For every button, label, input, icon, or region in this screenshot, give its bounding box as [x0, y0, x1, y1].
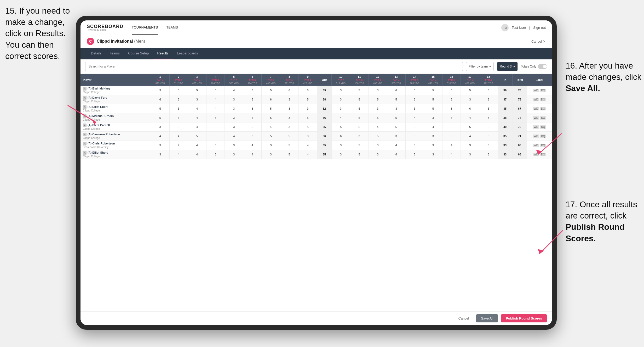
score-front-1[interactable]: 4: [151, 132, 169, 141]
score-front-9[interactable]: 5: [298, 86, 317, 95]
score-back-11[interactable]: 5: [350, 104, 369, 113]
score-front-7[interactable]: 4: [262, 122, 280, 132]
score-front-9[interactable]: 4: [298, 150, 317, 159]
dq-badge[interactable]: DQ: [540, 89, 546, 92]
wd-badge[interactable]: WD: [533, 98, 539, 101]
score-back-14[interactable]: 3: [405, 104, 424, 113]
score-back-16[interactable]: 3: [442, 104, 461, 113]
filter-dropdown[interactable]: Filter by team ▾: [466, 62, 494, 71]
score-front-4[interactable]: 4: [206, 95, 225, 104]
score-back-18[interactable]: 3: [479, 95, 498, 104]
score-front-7[interactable]: 5: [262, 132, 280, 141]
score-front-3[interactable]: 5: [188, 86, 206, 95]
score-back-15[interactable]: 5: [424, 104, 442, 113]
score-back-10[interactable]: 5: [332, 122, 350, 132]
score-front-2[interactable]: 4: [169, 132, 188, 141]
score-front-9[interactable]: 3: [298, 104, 317, 113]
score-back-18[interactable]: 3: [479, 113, 498, 122]
score-back-14[interactable]: 3: [405, 122, 424, 132]
score-front-9[interactable]: 5: [298, 95, 317, 104]
score-front-5[interactable]: 3: [225, 122, 243, 132]
score-front-9[interactable]: 5: [298, 122, 317, 132]
score-back-13[interactable]: 4: [387, 141, 406, 150]
score-back-16[interactable]: 4: [442, 150, 461, 159]
score-back-18[interactable]: 3: [479, 132, 498, 141]
score-front-8[interactable]: 3: [280, 95, 299, 104]
score-front-4[interactable]: 3: [206, 132, 225, 141]
score-back-14[interactable]: 3: [405, 86, 424, 95]
tab-teams[interactable]: Teams: [106, 48, 124, 59]
dq-badge[interactable]: DQ: [540, 107, 546, 110]
score-back-17[interactable]: 5: [461, 122, 479, 132]
score-back-11[interactable]: 5: [350, 113, 369, 122]
score-back-13[interactable]: 3: [387, 132, 406, 141]
score-front-5[interactable]: 4: [225, 132, 243, 141]
score-front-3[interactable]: 5: [188, 132, 206, 141]
score-back-11[interactable]: 5: [350, 95, 369, 104]
score-front-6[interactable]: 4: [243, 150, 262, 159]
score-back-11[interactable]: 3: [350, 132, 369, 141]
dq-badge[interactable]: DQ: [540, 116, 546, 120]
score-front-8[interactable]: 3: [280, 113, 299, 122]
score-front-4[interactable]: 4: [206, 104, 225, 113]
score-front-5[interactable]: 3: [225, 150, 243, 159]
dq-badge[interactable]: DQ: [540, 125, 546, 129]
score-back-13[interactable]: 6: [387, 86, 406, 95]
score-back-17[interactable]: 3: [461, 95, 479, 104]
score-back-10[interactable]: 3: [332, 86, 350, 95]
score-back-16[interactable]: 6: [442, 86, 461, 95]
score-back-17[interactable]: 6: [461, 104, 479, 113]
score-front-1[interactable]: 5: [151, 113, 169, 122]
score-front-2[interactable]: 3: [169, 104, 188, 113]
score-back-18[interactable]: 5: [479, 104, 498, 113]
score-front-4[interactable]: 5: [206, 141, 225, 150]
score-back-11[interactable]: 5: [350, 122, 369, 132]
score-front-7[interactable]: 6: [262, 95, 280, 104]
totals-toggle-switch[interactable]: [538, 64, 547, 69]
score-back-12[interactable]: 4: [369, 122, 387, 132]
score-back-11[interactable]: 5: [350, 86, 369, 95]
score-front-8[interactable]: 5: [280, 150, 299, 159]
score-back-11[interactable]: 5: [350, 150, 369, 159]
score-front-7[interactable]: 6: [262, 113, 280, 122]
score-front-1[interactable]: 3: [151, 150, 169, 159]
score-front-5[interactable]: 4: [225, 86, 243, 95]
score-back-10[interactable]: 3: [332, 141, 350, 150]
score-back-17[interactable]: 4: [461, 132, 479, 141]
score-front-2[interactable]: 3: [169, 113, 188, 122]
score-back-12[interactable]: 3: [369, 104, 387, 113]
cancel-button[interactable]: Cancel: [454, 314, 473, 322]
score-back-14[interactable]: 4: [405, 113, 424, 122]
score-front-6[interactable]: 5: [243, 113, 262, 122]
score-back-17[interactable]: 5: [461, 86, 479, 95]
score-back-15[interactable]: 3: [424, 132, 442, 141]
score-front-3[interactable]: 4: [188, 150, 206, 159]
score-back-13[interactable]: 5: [387, 122, 406, 132]
score-front-1[interactable]: 3: [151, 86, 169, 95]
score-back-13[interactable]: 5: [387, 95, 406, 104]
score-front-8[interactable]: 6: [280, 86, 299, 95]
score-back-14[interactable]: 5: [405, 150, 424, 159]
score-back-16[interactable]: 5: [442, 132, 461, 141]
score-back-14[interactable]: 3: [405, 95, 424, 104]
score-back-18[interactable]: 3: [479, 150, 498, 159]
search-input[interactable]: [85, 62, 463, 71]
nav-link-tournaments[interactable]: TOURNAMENTS: [132, 21, 158, 35]
score-back-17[interactable]: 4: [461, 113, 479, 122]
score-front-1[interactable]: 3: [151, 122, 169, 132]
score-back-13[interactable]: 4: [387, 150, 406, 159]
score-back-13[interactable]: 3: [387, 104, 406, 113]
score-front-7[interactable]: 3: [262, 150, 280, 159]
tab-course-setup[interactable]: Course Setup: [124, 48, 153, 59]
score-back-10[interactable]: 6: [332, 132, 350, 141]
score-front-3[interactable]: 4: [188, 141, 206, 150]
score-front-8[interactable]: 3: [280, 104, 299, 113]
score-back-16[interactable]: 6: [442, 95, 461, 104]
score-back-11[interactable]: 5: [350, 141, 369, 150]
score-front-8[interactable]: 3: [280, 122, 299, 132]
nav-link-teams[interactable]: TEAMS: [166, 21, 178, 35]
score-front-1[interactable]: 5: [151, 104, 169, 113]
score-front-9[interactable]: 3: [298, 132, 317, 141]
dq-badge[interactable]: DQ: [540, 98, 546, 101]
score-front-4[interactable]: 5: [206, 122, 225, 132]
